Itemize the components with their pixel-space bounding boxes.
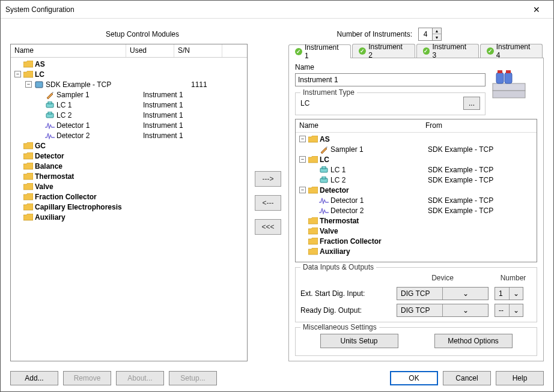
cancel-button[interactable]: Cancel xyxy=(443,371,491,385)
svg-rect-10 xyxy=(506,70,511,73)
tree-item[interactable]: −SDK Example - TCP1111 xyxy=(11,79,247,89)
tree-item[interactable]: Detector xyxy=(11,151,247,161)
svg-rect-14 xyxy=(322,176,326,179)
tab-label: Instrument 3 xyxy=(432,43,472,59)
spinner-up-icon[interactable]: ▲ xyxy=(433,28,441,34)
collapse-icon[interactable]: − xyxy=(299,136,306,142)
num-instruments-spinner[interactable]: ▲ ▼ xyxy=(418,28,442,41)
dev-cyan-icon xyxy=(319,166,329,174)
tree-item[interactable]: −AS xyxy=(296,134,537,144)
tree-item[interactable]: Detector 2Instrument 1 xyxy=(11,130,247,140)
add-button[interactable]: Add... xyxy=(10,371,58,385)
tree-item[interactable]: −LC xyxy=(296,154,537,164)
help-button[interactable]: Help xyxy=(496,371,544,385)
tree-item[interactable]: Thermostat xyxy=(11,171,247,181)
assigned-modules-tree[interactable]: Name From −ASSampler 1SDK Example - TCP−… xyxy=(295,119,537,262)
tree-item[interactable]: Detector 1Instrument 1 xyxy=(11,120,247,130)
tree-item[interactable]: LC 1Instrument 1 xyxy=(11,100,247,110)
tree-item[interactable]: LC 2SDK Example - TCP xyxy=(296,175,537,185)
tree-item-used: Instrument 1 xyxy=(143,121,183,130)
status-ok-icon: ✓ xyxy=(487,47,494,55)
system-configuration-window: System Configuration ✕ Setup Control Mod… xyxy=(0,0,554,392)
tree-item[interactable]: Fraction Collector xyxy=(11,191,247,202)
collapse-icon[interactable]: − xyxy=(299,187,306,193)
tree-item[interactable]: Valve xyxy=(11,181,247,191)
tree-item-label: Detector 2 xyxy=(56,131,90,140)
folder-icon xyxy=(23,182,33,191)
move-all-left-button[interactable]: <<< xyxy=(255,219,281,235)
tree-item[interactable]: GC xyxy=(11,140,247,151)
tree-item[interactable]: Fraction Collector xyxy=(296,236,537,246)
ext-start-label: Ext. Start Dig. Input: xyxy=(300,289,391,298)
tree-item[interactable]: Auxiliary xyxy=(296,246,537,256)
available-modules-tree[interactable]: Name Used S/N AS−LC−SDK Example - TCP111… xyxy=(10,44,248,361)
col-from[interactable]: From xyxy=(422,119,537,132)
tab-instrument[interactable]: ✓Instrument 4 xyxy=(480,44,543,58)
collapse-icon[interactable]: − xyxy=(25,81,32,88)
collapse-icon[interactable]: − xyxy=(14,71,21,77)
tree-item-label: LC 2 xyxy=(56,111,72,119)
tree-item-used: Instrument 1 xyxy=(143,131,183,140)
instrument-name-input[interactable] xyxy=(295,73,486,86)
tree-item-label: Fraction Collector xyxy=(35,193,97,201)
folder-icon xyxy=(23,193,33,201)
tree-item[interactable]: Detector 2SDK Example - TCP xyxy=(296,205,537,216)
tree-item[interactable]: −Detector xyxy=(296,185,537,195)
tree-item-label: Detector 1 xyxy=(56,121,90,130)
ready-number-combo[interactable]: --⌄ xyxy=(495,304,523,317)
col-used[interactable]: Used xyxy=(126,44,174,57)
tree-item[interactable]: LC 1SDK Example - TCP xyxy=(296,164,537,175)
svg-rect-6 xyxy=(493,91,525,98)
tab-instrument[interactable]: ✓Instrument 3 xyxy=(416,44,479,58)
move-left-button[interactable]: <--- xyxy=(255,195,281,211)
setup-button[interactable]: Setup... xyxy=(169,371,217,385)
tab-label: Instrument 1 xyxy=(305,43,344,60)
units-setup-button[interactable]: Units Setup xyxy=(320,334,398,348)
misc-legend: Miscellaneous Settings xyxy=(300,323,379,331)
tree-item[interactable]: Detector 1SDK Example - TCP xyxy=(296,195,537,205)
tree-item[interactable]: LC 2Instrument 1 xyxy=(11,110,247,120)
ready-device-combo[interactable]: DIG TCP⌄ xyxy=(397,304,489,317)
num-instruments-value[interactable] xyxy=(419,28,432,40)
svg-rect-0 xyxy=(35,82,43,88)
col-sn[interactable]: S/N xyxy=(174,44,222,57)
col-name[interactable]: Name xyxy=(296,119,422,132)
collapse-icon[interactable]: − xyxy=(299,156,306,163)
tree-item[interactable]: Auxiliary xyxy=(11,212,247,222)
ok-button[interactable]: OK xyxy=(390,371,438,385)
tree-item-label: LC 2 xyxy=(330,176,345,184)
tree-item[interactable]: Capillary Electrophoresis xyxy=(11,202,247,212)
ext-start-number-combo[interactable]: 1⌄ xyxy=(495,287,523,300)
tree-item-label: LC 1 xyxy=(330,166,345,174)
tree-item[interactable]: Thermostat xyxy=(296,216,537,226)
tab-instrument[interactable]: ✓Instrument 1 xyxy=(288,44,351,58)
io-number-header: Number xyxy=(495,274,532,283)
spinner-down-icon[interactable]: ▼ xyxy=(433,34,441,40)
wave-icon xyxy=(45,131,55,140)
svg-rect-4 xyxy=(48,112,52,114)
tree-item[interactable]: −LC xyxy=(11,69,247,79)
content-area: Setup Control Modules Number of Instrume… xyxy=(1,19,553,367)
folder-icon xyxy=(308,135,318,143)
tree-item[interactable]: AS xyxy=(11,59,247,69)
wave-icon xyxy=(319,196,329,205)
tree-item[interactable]: Valve xyxy=(296,226,537,236)
tree-item[interactable]: Sampler 1Instrument 1 xyxy=(11,89,247,100)
col-name[interactable]: Name xyxy=(11,44,126,57)
ext-start-device-combo[interactable]: DIG TCP⌄ xyxy=(397,287,489,300)
method-options-button[interactable]: Method Options xyxy=(434,334,513,348)
tree-item[interactable]: Balance xyxy=(11,161,247,171)
tree-item-from: SDK Example - TCP xyxy=(428,145,493,154)
chevron-down-icon: ⌄ xyxy=(442,304,488,316)
instrument-type-browse-button[interactable]: ... xyxy=(463,97,480,110)
tree-item[interactable]: Sampler 1SDK Example - TCP xyxy=(296,144,537,154)
about-button[interactable]: About... xyxy=(116,371,164,385)
close-icon[interactable]: ✕ xyxy=(525,5,549,14)
folder-icon xyxy=(308,155,318,164)
remove-button[interactable]: Remove xyxy=(63,371,111,385)
left-tree-headers: Name Used S/N xyxy=(11,44,247,58)
instrument-illustration-icon xyxy=(488,67,530,103)
tab-instrument[interactable]: ✓Instrument 2 xyxy=(352,44,415,58)
status-ok-icon: ✓ xyxy=(295,48,302,55)
move-right-button[interactable]: ---> xyxy=(255,171,281,187)
